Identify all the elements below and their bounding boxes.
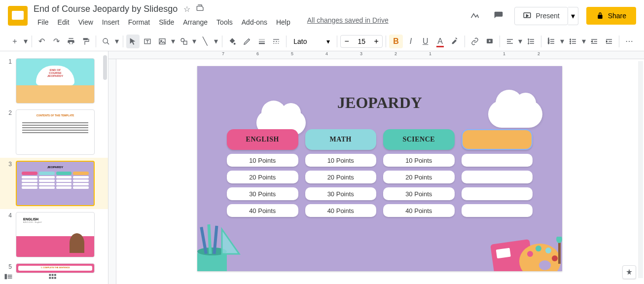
align-button[interactable] [503,35,517,48]
redo-button[interactable]: ↷ [49,35,63,48]
shape-tool[interactable] [177,35,191,48]
link-button[interactable] [468,35,482,48]
zoom-button[interactable] [99,35,113,48]
present-button[interactable]: Present [514,7,568,25]
thumbnail-3[interactable]: 3 JEOPARDY [0,158,108,209]
numbered-list-button[interactable]: 123 [544,35,558,48]
filmstrip-view-button[interactable] [4,273,14,281]
menu-tools[interactable]: Tools [213,16,237,28]
points-cell[interactable]: 30 Points [305,187,377,200]
thumb-preview: END OFCOURSEJEOPARDY [16,58,95,104]
points-cell[interactable]: 40 Points [305,204,377,217]
slides-logo[interactable] [8,6,28,26]
slide-canvas[interactable]: JEOPARDY ENGLISH 10 Points 20 Points 30 … [197,66,562,271]
scrollbar[interactable] [103,55,107,80]
bold-button[interactable]: B [389,35,403,48]
menu-insert[interactable]: Insert [98,16,123,28]
points-cell[interactable] [462,171,533,183]
comment-button[interactable] [483,35,497,48]
print-button[interactable] [64,35,78,48]
points-cell[interactable]: 40 Points [227,204,298,217]
slide-title[interactable]: JEOPARDY [197,94,562,112]
points-cell[interactable] [462,204,533,217]
image-dropdown[interactable]: ▾ [170,35,176,48]
category-header[interactable]: SCIENCE [383,129,455,150]
textbox-tool[interactable] [141,35,154,48]
scrollbar-vertical[interactable] [638,61,643,278]
select-tool[interactable] [126,35,140,48]
menu-arrange[interactable]: Arrange [179,16,212,28]
points-cell[interactable]: 10 Points [227,154,298,167]
undo-button[interactable]: ↶ [35,35,49,48]
points-cell[interactable]: 20 Points [383,171,455,183]
titlebar: End of Course Jeopardy by Slidesgo ☆ Fil… [0,0,644,32]
present-dropdown[interactable]: ▾ [568,7,578,25]
line-dropdown[interactable]: ▾ [213,35,219,48]
font-size-decrease[interactable]: − [341,36,353,47]
new-slide-button[interactable]: + [8,35,22,48]
category-header[interactable]: MATH [305,129,377,150]
border-color-button[interactable] [240,35,254,48]
saved-status[interactable]: All changes saved in Drive [307,16,389,28]
bullet-list-button[interactable] [566,35,580,48]
image-tool[interactable] [155,35,169,48]
border-weight-button[interactable] [255,35,269,48]
indent-decrease-button[interactable] [588,35,602,48]
ruler-vertical[interactable] [108,59,116,284]
font-name: Lato [293,37,307,45]
points-cell[interactable]: 30 Points [227,187,298,200]
move-icon[interactable] [196,4,204,14]
category-header-selected[interactable] [462,129,533,150]
font-size-input[interactable] [353,37,370,45]
bullet-list-dropdown[interactable]: ▾ [581,35,587,48]
document-title[interactable]: End of Course Jeopardy by Slidesgo [34,4,178,14]
align-dropdown[interactable]: ▾ [518,35,524,48]
menu-slide[interactable]: Slide [155,16,178,28]
highlight-button[interactable] [448,35,462,48]
star-icon[interactable]: ☆ [183,4,190,14]
share-button[interactable]: Share [586,7,636,25]
line-tool[interactable]: ╲ [198,35,212,48]
explore-button[interactable] [622,265,636,279]
underline-button[interactable]: U [419,35,432,48]
points-cell[interactable]: 20 Points [305,171,377,183]
menu-view[interactable]: View [74,16,97,28]
main-area: 1 END OFCOURSEJEOPARDY 2 CONTENTS OF THI… [0,51,644,284]
points-cell[interactable]: 40 Points [383,204,455,217]
font-size-increase[interactable]: + [370,36,382,47]
paint-format-button[interactable] [79,35,93,48]
thumbnail-2[interactable]: 2 CONTENTS OF THIS TEMPLATE [0,106,108,158]
points-cell[interactable]: 10 Points [383,154,455,167]
thumbnail-1[interactable]: 1 END OFCOURSEJEOPARDY [0,55,108,106]
points-cell[interactable]: 20 Points [227,171,298,183]
thumbnail-4[interactable]: 4 ENGLISH A-B-C-D-E... English! [0,209,108,260]
menu-edit[interactable]: Edit [54,16,73,28]
menu-file[interactable]: File [34,16,53,28]
points-cell[interactable] [462,154,533,167]
indent-increase-button[interactable] [602,35,616,48]
menu-addons[interactable]: Add-ons [238,16,271,28]
grid-view-button[interactable] [48,273,58,281]
ruler-horizontal[interactable]: 7 6 5 4 3 2 1 1 2 [108,51,644,59]
menu-format[interactable]: Format [124,16,154,28]
fill-color-button[interactable] [225,35,239,48]
thumb-number: 5 [4,263,12,273]
border-dash-button[interactable] [269,35,283,48]
comments-icon[interactable] [491,8,506,24]
text-color-button[interactable]: A [433,35,447,48]
menu-help[interactable]: Help [272,16,294,28]
points-cell[interactable]: 10 Points [305,154,377,167]
numbered-list-dropdown[interactable]: ▾ [559,35,565,48]
points-cell[interactable]: 30 Points [383,187,455,200]
line-spacing-button[interactable] [524,35,538,48]
points-cell[interactable] [462,187,533,200]
font-select[interactable]: Lato ▾ [289,36,334,47]
new-slide-dropdown[interactable]: ▾ [23,35,29,48]
more-button[interactable]: ⋯ [622,35,636,48]
shape-dropdown[interactable]: ▾ [192,35,198,48]
zoom-dropdown[interactable]: ▾ [114,35,120,48]
activity-icon[interactable] [467,8,483,24]
italic-button[interactable]: I [404,35,418,48]
separator [386,36,386,47]
category-header[interactable]: ENGLISH [227,129,298,150]
